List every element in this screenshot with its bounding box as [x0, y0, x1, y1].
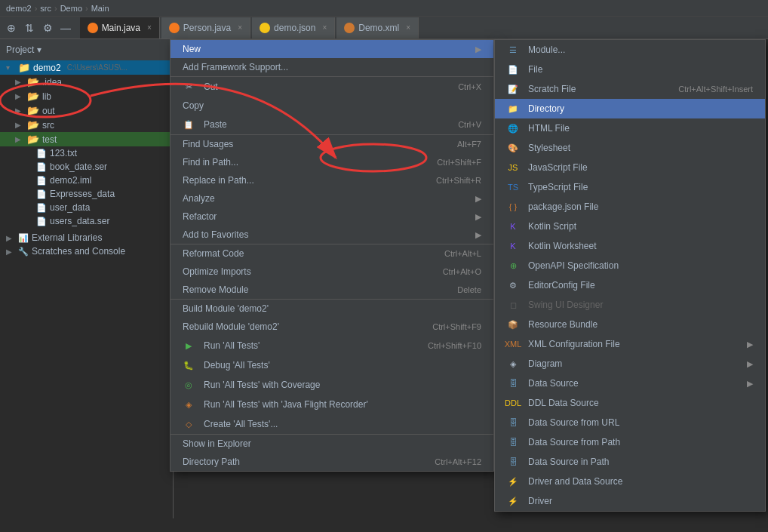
- submenu-item-ddl-data-source[interactable]: DDL DDL Data Source: [495, 393, 765, 413]
- submenu-item-resource-bundle[interactable]: 📦 Resource Bundle: [495, 315, 765, 334]
- scratches-icon: 🔧: [18, 247, 29, 257]
- tree-item-label: Expresses_data: [50, 189, 115, 199]
- toolbar-icon-split[interactable]: ⇅: [21, 20, 38, 36]
- driver-icon: ⚡: [507, 475, 519, 487]
- submenu-item-data-source[interactable]: 🗄 Data Source ▶: [495, 374, 765, 393]
- submenu-item-label: Data Source from Path: [528, 437, 620, 447]
- menu-item-label: Run 'All Tests': [204, 340, 260, 351]
- menu-item-debug-all-tests[interactable]: 🐛 Debug 'All Tests': [170, 355, 493, 375]
- submenu-item-kotlin-script[interactable]: K Kotlin Script: [495, 217, 765, 236]
- expand-arrow: ▶: [15, 92, 24, 100]
- menu-item-rebuild-module[interactable]: Rebuild Module 'demo2' Ctrl+Shift+F9: [170, 318, 493, 336]
- menu-item-cut[interactable]: ✂ Cut Ctrl+X: [170, 76, 493, 97]
- submenu-item-typescript-file[interactable]: TS TypeScript File: [495, 177, 765, 197]
- menu-item-label: Build Module 'demo2': [183, 303, 269, 314]
- tab-close-icon[interactable]: ×: [147, 23, 152, 32]
- submenu-arrow-icon: ▶: [475, 212, 481, 222]
- submenu-item-html-file[interactable]: 🌐 HTML File: [495, 118, 765, 138]
- submenu-arrow-icon: ▶: [747, 379, 753, 389]
- tree-item-book-date[interactable]: 📄 book_date.ser: [0, 160, 173, 174]
- submenu-item-swing: ◻ Swing UI Designer: [495, 295, 765, 315]
- menu-item-label: Reformat Code: [183, 248, 244, 259]
- submenu-item-data-source-url[interactable]: 🗄 Data Source from URL: [495, 413, 765, 432]
- tree-item-idea[interactable]: ▶ 📂 .idea: [0, 75, 173, 89]
- tab-demo-json[interactable]: demo.json ×: [252, 17, 335, 38]
- expand-arrow: ▶: [6, 234, 15, 242]
- menu-item-replace-in-path[interactable]: Replace in Path... Ctrl+Shift+R: [170, 171, 493, 189]
- tree-item-users-data[interactable]: 📄 users_data.ser: [0, 214, 173, 228]
- tree-item-external-libs[interactable]: ▶ 📊 External Libraries: [0, 231, 173, 244]
- submenu-item-label: Data Source: [528, 378, 579, 389]
- submenu-item-editorconfig[interactable]: ⚙ EditorConfig File: [495, 275, 765, 295]
- menu-item-show-explorer[interactable]: Show in Explorer: [170, 434, 493, 453]
- submenu-item-module[interactable]: ☰ Module...: [495, 40, 765, 60]
- menu-item-optimize-imports[interactable]: Optimize Imports Ctrl+Alt+O: [170, 263, 493, 281]
- menu-item-directory-path[interactable]: Directory Path Ctrl+Alt+F12: [170, 453, 493, 471]
- submenu-item-kotlin-worksheet[interactable]: K Kotlin Worksheet: [495, 236, 765, 256]
- toolbar-icon-minimize[interactable]: —: [57, 20, 74, 36]
- menu-shortcut: Alt+F7: [457, 140, 481, 149]
- submenu-item-stylesheet[interactable]: 🎨 Stylesheet: [495, 138, 765, 158]
- submenu-item-diagram[interactable]: ◈ Diagram ▶: [495, 354, 765, 374]
- tree-item-demo2[interactable]: ▾ 📁 demo2 C:\Users\ASUS\...: [0, 60, 173, 75]
- submenu-item-driver[interactable]: ⚡ Driver: [495, 491, 765, 511]
- folder-icon: 📂: [27, 134, 39, 145]
- menu-item-add-framework[interactable]: Add Framework Support...: [170, 58, 493, 76]
- tree-item-demo2iml[interactable]: 📄 demo2.iml: [0, 174, 173, 187]
- tree-item-expresses-data[interactable]: 📄 Expresses_data: [0, 187, 173, 201]
- menu-item-label: New: [183, 44, 201, 54]
- submenu-item-openapi[interactable]: ⊕ OpenAPI Specification: [495, 256, 765, 275]
- menu-item-add-to-favorites[interactable]: Add to Favorites ▶: [170, 226, 493, 244]
- tree-item-user-data[interactable]: 📄 user_data: [0, 201, 173, 214]
- toolbar-icon-globe[interactable]: ⊕: [3, 20, 20, 36]
- tree-item-label: out: [42, 106, 55, 116]
- tree-item-123txt[interactable]: 📄 123.txt: [0, 146, 173, 160]
- ddl-icon: DDL: [507, 397, 519, 409]
- menu-item-run-coverage[interactable]: ◎ Run 'All Tests' with Coverage: [170, 375, 493, 395]
- toolbar-icon-settings[interactable]: ⚙: [39, 20, 56, 36]
- menu-item-run-flight-recorder[interactable]: ◈ Run 'All Tests' with 'Java Flight Reco…: [170, 395, 493, 414]
- tab-close-icon[interactable]: ×: [238, 23, 242, 32]
- menu-item-refactor[interactable]: Refactor ▶: [170, 208, 493, 226]
- tab-main-java[interactable]: Main.java ×: [80, 17, 160, 38]
- tab-close-icon[interactable]: ×: [322, 23, 327, 32]
- submenu-item-scratch-file[interactable]: 📝 Scratch File Ctrl+Alt+Shift+Insert: [495, 79, 765, 99]
- menu-item-reformat[interactable]: Reformat Code Ctrl+Alt+L: [170, 244, 493, 263]
- menu-item-label: Replace in Path...: [183, 175, 254, 186]
- menu-item-label: Paste: [204, 119, 227, 130]
- tab-close-icon[interactable]: ×: [406, 23, 410, 32]
- menu-item-create-all-tests[interactable]: ◇ Create 'All Tests'...: [170, 414, 493, 434]
- tab-person-java[interactable]: Person.java ×: [161, 17, 250, 38]
- packagejson-icon: { }: [507, 201, 519, 213]
- menu-item-find-in-path[interactable]: Find in Path... Ctrl+Shift+F: [170, 153, 493, 171]
- submenu-item-file[interactable]: 📄 File: [495, 60, 765, 79]
- submenu-item-driver-data-source[interactable]: ⚡ Driver and Data Source: [495, 472, 765, 491]
- tree-item-lib[interactable]: ▶ 📂 lib: [0, 89, 173, 103]
- menu-item-analyze[interactable]: Analyze ▶: [170, 189, 493, 208]
- tab-demo-xml[interactable]: Demo.xml ×: [336, 17, 419, 38]
- menu-item-paste[interactable]: 📋 Paste Ctrl+V: [170, 115, 493, 134]
- expand-arrow: ▶: [15, 106, 24, 115]
- tree-item-out[interactable]: ▶ 📂 out: [0, 103, 173, 118]
- submenu-item-data-source-path[interactable]: 🗄 Data Source from Path: [495, 432, 765, 452]
- tree-item-scratches[interactable]: ▶ 🔧 Scratches and Console: [0, 244, 173, 258]
- file-icon: 📄: [507, 63, 519, 75]
- submenu-item-xml-config[interactable]: XML XML Configuration File ▶: [495, 334, 765, 354]
- menu-item-remove-module[interactable]: Remove Module Delete: [170, 281, 493, 299]
- tree-item-label: External Libraries: [32, 232, 102, 243]
- menu-item-new[interactable]: New ▶: [170, 40, 493, 58]
- submenu-item-data-source-in-path[interactable]: 🗄 Data Source in Path: [495, 452, 765, 472]
- menu-item-build-module[interactable]: Build Module 'demo2': [170, 299, 493, 318]
- submenu-item-package-json[interactable]: { } package.json File: [495, 197, 765, 217]
- menu-item-label: Copy: [183, 100, 204, 111]
- menu-item-copy[interactable]: Copy: [170, 97, 493, 115]
- tree-item-src[interactable]: ▶ 📂 src: [0, 118, 173, 132]
- tree-item-label: Scratches and Console: [32, 246, 125, 257]
- menu-item-run-all-tests[interactable]: ▶ Run 'All Tests' Ctrl+Shift+F10: [170, 336, 493, 355]
- tree-item-label: 123.txt: [50, 148, 77, 158]
- menu-item-find-usages[interactable]: Find Usages Alt+F7: [170, 134, 493, 153]
- submenu-item-javascript-file[interactable]: JS JavaScript File: [495, 158, 765, 177]
- breadcrumb-item: Main: [91, 4, 109, 13]
- submenu-item-directory[interactable]: 📁 Directory: [495, 99, 765, 118]
- tree-item-test[interactable]: ▶ 📂 test: [0, 132, 173, 146]
